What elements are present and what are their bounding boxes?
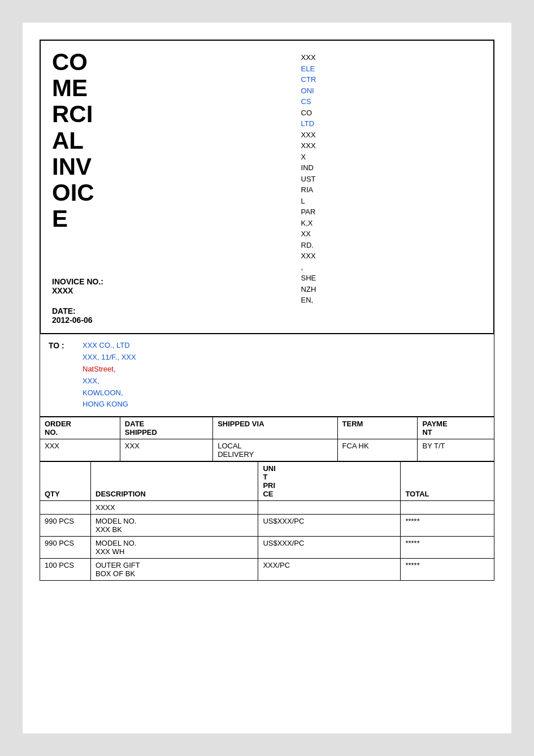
item-qty-1: 990 PCS bbox=[40, 515, 91, 537]
to-address4: KOWLOON, bbox=[83, 387, 136, 399]
company-name-1: XXX bbox=[301, 53, 316, 62]
item-row-1: 990 PCS MODEL NO.XXX BK US$XXX/PC ***** bbox=[40, 515, 494, 537]
item-row-3: 100 PCS OUTER GIFTBOX OF BK XXX/PC ***** bbox=[40, 559, 494, 581]
item-desc-3: OUTER GIFTBOX OF BK bbox=[91, 559, 258, 581]
item-total-3: ***** bbox=[401, 559, 494, 581]
item-price-1: US$XXX/PC bbox=[258, 515, 401, 537]
company-addr4d: L bbox=[301, 197, 305, 205]
company-addr4b: UST bbox=[301, 175, 316, 183]
company-addr5b: K,X bbox=[301, 219, 313, 227]
header-left: CO ME RCI AL INV OIC E INOVICE NO.: XXXX… bbox=[41, 41, 290, 333]
item-total-0 bbox=[401, 501, 494, 515]
item-price-0 bbox=[258, 501, 401, 515]
to-address5: HONG KONG bbox=[83, 399, 136, 411]
items-header-row: QTY DESCRIPTION UNITPRICE TOTAL bbox=[40, 462, 494, 501]
item-qty-2: 990 PCS bbox=[40, 537, 91, 559]
company-addr7: XXX bbox=[301, 252, 316, 260]
company-info-right: XXX ELE CTR ONI CS CO LTD XXX XXX X IND … bbox=[301, 52, 316, 306]
items-col-price: UNITPRICE bbox=[258, 462, 401, 501]
header-box: CO ME RCI AL INV OIC E INOVICE NO.: XXXX… bbox=[40, 40, 494, 334]
invoice-info: INOVICE NO.: XXXX DATE: 2012-06-06 bbox=[52, 277, 279, 325]
items-col-total: TOTAL bbox=[401, 462, 494, 501]
company-addr2: XXX bbox=[301, 141, 316, 150]
company-addr6: RD. bbox=[301, 241, 314, 249]
company-name-5: CS bbox=[301, 97, 311, 106]
to-address2: NatStreet, bbox=[83, 364, 136, 375]
items-table: QTY DESCRIPTION UNITPRICE TOTAL XXXX 990… bbox=[40, 461, 494, 581]
company-name-6: CO bbox=[301, 109, 312, 117]
date-label: DATE: bbox=[52, 306, 279, 316]
title-oic: OIC bbox=[52, 179, 94, 206]
company-addr9: SHE bbox=[301, 274, 316, 282]
order-val-payment: BY T/T bbox=[418, 439, 494, 461]
page: CO ME RCI AL INV OIC E INOVICE NO.: XXXX… bbox=[23, 23, 511, 733]
company-title: CO ME RCI AL INV OIC E bbox=[52, 49, 279, 232]
title-al: AL bbox=[52, 127, 84, 154]
order-header-row: ORDERNO. DATESHIPPED SHIPPED VIA TERM PA… bbox=[40, 417, 494, 439]
item-qty-3: 100 PCS bbox=[40, 559, 91, 581]
to-address1: XXX, 11/F., XXX bbox=[83, 352, 136, 364]
items-col-desc: DESCRIPTION bbox=[91, 462, 258, 501]
order-col-term: TERM bbox=[337, 417, 418, 439]
to-address3: XXX, bbox=[83, 375, 136, 387]
company-addr5a: PAR bbox=[301, 208, 316, 216]
company-addr4: IND bbox=[301, 163, 314, 172]
company-name-4: ONI bbox=[301, 87, 314, 95]
item-desc-0: XXXX bbox=[91, 501, 258, 515]
company-addr1: XXX bbox=[301, 131, 316, 139]
company-name-3: CTR bbox=[301, 75, 316, 84]
company-addr4c: RIA bbox=[301, 185, 314, 194]
company-addr3: X bbox=[301, 153, 306, 161]
item-price-3: XXX/PC bbox=[258, 559, 401, 581]
title-e: E bbox=[52, 205, 68, 232]
company-name-2: ELE bbox=[301, 64, 315, 73]
title-inv: INV bbox=[52, 153, 92, 180]
item-row-0: XXXX bbox=[40, 501, 494, 515]
title-co: CO bbox=[52, 49, 88, 75]
items-col-qty: QTY bbox=[40, 462, 91, 501]
order-table: ORDERNO. DATESHIPPED SHIPPED VIA TERM PA… bbox=[40, 417, 494, 461]
company-addr5c: XX bbox=[301, 230, 311, 238]
order-col-date: DATESHIPPED bbox=[120, 417, 212, 439]
order-val-order: XXX bbox=[40, 439, 120, 461]
item-qty-0 bbox=[40, 501, 91, 515]
to-label: TO : bbox=[49, 340, 83, 411]
item-desc-1: MODEL NO.XXX BK bbox=[91, 515, 258, 537]
to-address: XXX CO., LTD XXX, 11/F., XXX NatStreet, … bbox=[83, 340, 136, 411]
item-desc-2: MODEL NO.XXX WH bbox=[91, 537, 258, 559]
item-total-2: ***** bbox=[401, 537, 494, 559]
order-col-payment: PAYMENT bbox=[418, 417, 494, 439]
order-val-via: LOCALDELIVERY bbox=[213, 439, 337, 461]
to-box: TO : XXX CO., LTD XXX, 11/F., XXX NatStr… bbox=[40, 334, 494, 417]
date-value: 2012-06-06 bbox=[52, 316, 279, 325]
order-col-order: ORDERNO. bbox=[40, 417, 120, 439]
item-row-2: 990 PCS MODEL NO.XXX WH US$XXX/PC ***** bbox=[40, 537, 494, 559]
item-total-1: ***** bbox=[401, 515, 494, 537]
company-addr9b: NZH bbox=[301, 285, 316, 293]
order-val-date: XXX bbox=[120, 439, 212, 461]
to-company: XXX CO., LTD bbox=[83, 340, 136, 352]
title-rci: RCI bbox=[52, 101, 93, 127]
order-col-via: SHIPPED VIA bbox=[213, 417, 337, 439]
title-me: ME bbox=[52, 75, 88, 101]
company-addr8: , bbox=[301, 263, 303, 271]
order-data-row: XXX XXX LOCALDELIVERY FCA HK BY T/T bbox=[40, 439, 494, 461]
company-name-7: LTD bbox=[301, 119, 315, 128]
invoice-number: XXXX bbox=[52, 286, 279, 295]
order-val-term: FCA HK bbox=[337, 439, 418, 461]
company-addr9c: EN, bbox=[301, 296, 314, 304]
item-price-2: US$XXX/PC bbox=[258, 537, 401, 559]
invoice-label: INOVICE NO.: bbox=[52, 277, 279, 286]
header-right: XXX ELE CTR ONI CS CO LTD XXX XXX X IND … bbox=[290, 41, 493, 333]
